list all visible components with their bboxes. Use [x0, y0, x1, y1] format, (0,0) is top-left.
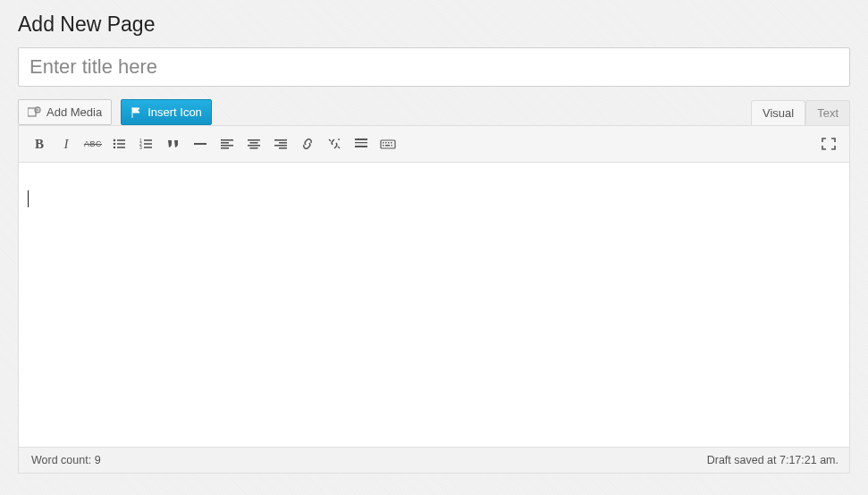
align-center-button[interactable]	[240, 131, 267, 156]
svg-point-4	[114, 143, 116, 146]
toolbar-toggle-button[interactable]	[375, 131, 401, 156]
svg-rect-32	[383, 142, 384, 144]
svg-rect-15	[221, 139, 233, 141]
svg-rect-30	[355, 146, 367, 147]
link-icon	[300, 138, 315, 150]
tab-visual[interactable]: Visual	[751, 100, 805, 125]
unlink-icon	[327, 138, 341, 150]
svg-rect-11	[144, 143, 152, 145]
svg-rect-27	[355, 138, 367, 140]
media-row: Add Media Insert Icon Visual Text	[18, 99, 850, 125]
svg-rect-7	[117, 147, 125, 148]
svg-rect-21	[248, 145, 260, 147]
svg-rect-20	[250, 142, 258, 144]
bold-icon: B	[35, 137, 44, 152]
blockquote-button[interactable]	[160, 131, 187, 156]
svg-rect-23	[274, 139, 287, 141]
editor-tabs: Visual Text	[751, 100, 850, 125]
add-media-button[interactable]: Add Media	[18, 99, 112, 125]
svg-rect-29	[355, 144, 367, 145]
svg-rect-17	[221, 145, 233, 147]
strikethrough-button[interactable]: ABC	[80, 131, 106, 156]
strikethrough-icon: ABC	[84, 139, 102, 148]
svg-rect-14	[194, 143, 206, 145]
unlink-button[interactable]	[321, 131, 348, 156]
fullscreen-icon	[822, 138, 836, 150]
insert-icon-label: Insert Icon	[147, 105, 202, 119]
insert-icon-button[interactable]: Insert Icon	[121, 99, 212, 125]
svg-rect-31	[381, 140, 395, 148]
align-left-button[interactable]	[214, 131, 240, 156]
add-media-label: Add Media	[46, 105, 102, 119]
svg-rect-34	[388, 142, 390, 144]
svg-rect-18	[221, 147, 229, 149]
autosave-label: Draft saved at 7:17:21 am.	[707, 454, 839, 466]
fullscreen-button[interactable]	[815, 131, 842, 156]
bulleted-list-button[interactable]	[106, 131, 133, 156]
text-cursor	[28, 190, 29, 207]
svg-rect-25	[274, 145, 287, 147]
italic-button[interactable]: I	[53, 131, 80, 156]
svg-rect-9	[144, 139, 152, 141]
svg-rect-35	[391, 142, 392, 144]
numbered-list-button[interactable]: 123	[133, 131, 160, 156]
keyboard-icon	[380, 138, 396, 150]
tab-text[interactable]: Text	[805, 100, 850, 125]
horizontal-rule-icon	[193, 138, 207, 150]
svg-rect-19	[248, 139, 260, 141]
editor-footer: Word count: 9 Draft saved at 7:17:21 am.	[18, 448, 850, 474]
svg-text:3: 3	[139, 145, 142, 150]
page-title: Add New Page	[18, 13, 850, 37]
svg-rect-5	[117, 143, 125, 145]
align-center-icon	[247, 138, 261, 150]
svg-rect-16	[221, 142, 229, 144]
read-more-button[interactable]	[348, 131, 375, 156]
word-count-label: Word count: 9	[31, 454, 101, 466]
svg-rect-33	[385, 142, 387, 144]
editor-content-area[interactable]	[19, 163, 849, 447]
svg-point-6	[114, 147, 116, 149]
svg-rect-24	[279, 142, 287, 144]
read-more-icon	[354, 138, 368, 150]
svg-rect-38	[392, 145, 393, 147]
media-icon	[28, 106, 42, 119]
bold-button[interactable]: B	[26, 131, 53, 156]
align-left-icon	[220, 138, 234, 150]
svg-rect-26	[279, 147, 287, 149]
editor-container: B I ABC 123	[18, 125, 850, 448]
title-input[interactable]	[18, 47, 850, 87]
numbered-list-icon: 123	[139, 138, 154, 150]
svg-point-2	[114, 139, 116, 142]
link-button[interactable]	[294, 131, 321, 156]
italic-icon: I	[64, 137, 69, 152]
horizontal-rule-button[interactable]	[187, 131, 214, 156]
svg-rect-36	[383, 145, 384, 147]
editor-toolbar: B I ABC 123	[19, 126, 849, 163]
svg-rect-3	[117, 139, 125, 141]
blockquote-icon	[166, 138, 181, 150]
svg-rect-28	[355, 142, 367, 143]
svg-rect-37	[385, 145, 390, 147]
align-right-icon	[274, 138, 288, 150]
svg-rect-22	[250, 147, 258, 149]
flag-icon	[131, 106, 143, 119]
svg-rect-13	[144, 147, 152, 148]
align-right-button[interactable]	[267, 131, 294, 156]
bulleted-list-icon	[113, 138, 127, 150]
